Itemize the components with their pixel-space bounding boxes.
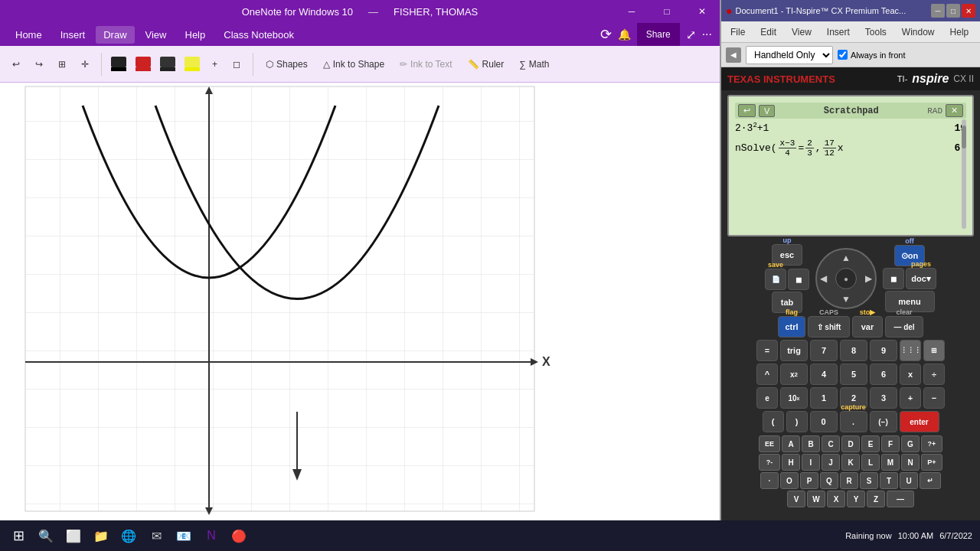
mail-icon[interactable]: ✉ — [144, 523, 168, 548]
x-button[interactable]: x — [900, 364, 921, 385]
maximize-button[interactable]: □ — [649, 0, 684, 23]
pen-black[interactable] — [108, 52, 129, 77]
menu-insert[interactable]: Insert — [53, 26, 93, 44]
ten-pow-button[interactable]: 10x — [780, 387, 808, 409]
select-tool[interactable]: ⊞ — [52, 51, 72, 78]
nav-up-button[interactable]: ▲ — [841, 253, 851, 263]
ti-menu-window[interactable]: Window — [897, 25, 939, 39]
rparen-button[interactable]: ) — [786, 411, 808, 432]
g-btn[interactable]: G — [901, 435, 920, 452]
ti-menu-tools[interactable]: Tools — [861, 25, 891, 39]
plus-button[interactable]: + — [900, 387, 921, 409]
file-extra-btn[interactable]: ◼ — [788, 269, 809, 290]
ti-x-btn[interactable]: ✕ — [946, 104, 963, 117]
r-btn[interactable]: R — [840, 472, 858, 489]
var-button[interactable]: sto▶ var — [852, 316, 883, 337]
menu-class-notebook[interactable]: Class Notebook — [216, 26, 302, 44]
edge-icon[interactable]: 🌐 — [116, 523, 141, 548]
p-btn[interactable]: P — [800, 472, 818, 489]
num9-button[interactable]: 9 — [870, 340, 897, 361]
matrix-btn[interactable]: ⊞ — [923, 340, 945, 361]
explorer-icon[interactable]: 📁 — [89, 523, 113, 548]
ti-menu-help[interactable]: Help — [946, 25, 974, 39]
ee-btn[interactable]: EE — [759, 435, 780, 452]
ti-menu-view[interactable]: View — [787, 25, 816, 39]
num3-button[interactable]: 3 — [870, 387, 897, 409]
ti-menu-edit[interactable]: Edit — [756, 25, 781, 39]
nav-down-button[interactable]: ▼ — [841, 294, 851, 305]
dot2-btn[interactable]: · — [760, 472, 779, 489]
ti-minimize-button[interactable]: ─ — [931, 4, 945, 18]
b-btn[interactable]: B — [802, 435, 820, 452]
menu-home[interactable]: Home — [8, 26, 50, 44]
doc-left-btn[interactable]: ◼ — [883, 268, 904, 289]
num7-button[interactable]: 7 — [810, 340, 838, 361]
ti-menu-insert[interactable]: Insert — [822, 25, 854, 39]
special1-btn[interactable]: ?+ — [921, 435, 942, 452]
return-btn[interactable]: ↵ — [920, 472, 941, 489]
num5-button[interactable]: 5 — [840, 364, 867, 385]
special3-btn[interactable]: P+ — [921, 454, 942, 471]
dash-btn[interactable]: — — [887, 491, 914, 507]
ti-maximize-button[interactable]: □ — [946, 4, 960, 18]
always-in-front-checkbox[interactable] — [838, 50, 848, 60]
pen-dark[interactable] — [157, 52, 178, 77]
menu-draw[interactable]: Draw — [96, 26, 134, 44]
app-icon[interactable]: 🔴 — [227, 523, 251, 548]
lparen-button[interactable]: ( — [763, 411, 784, 432]
bell-icon[interactable]: 🔔 — [618, 28, 631, 41]
trig-button[interactable]: trig — [780, 340, 808, 361]
minimize-button[interactable]: ─ — [614, 0, 649, 23]
s-btn[interactable]: S — [860, 472, 878, 489]
h-btn[interactable]: H — [782, 454, 800, 471]
outlook-icon[interactable]: 📧 — [172, 523, 196, 548]
q-btn[interactable]: Q — [820, 472, 838, 489]
x-letter-btn[interactable]: X — [827, 491, 845, 507]
close-button[interactable]: ✕ — [684, 0, 720, 23]
x2-button[interactable]: x2 — [780, 364, 808, 385]
nav-left-button[interactable]: ◀ — [820, 273, 827, 284]
k-btn[interactable]: K — [841, 454, 860, 471]
ti-toolbar-icon[interactable]: ◀ — [726, 47, 741, 63]
caret-button[interactable]: ^ — [756, 364, 778, 385]
minus-button[interactable]: − — [923, 387, 945, 409]
o-btn[interactable]: O — [780, 472, 799, 489]
c-btn[interactable]: C — [822, 435, 840, 452]
list-btn[interactable]: ⋮⋮⋮ — [900, 340, 921, 361]
num0-button[interactable]: 0 — [810, 411, 838, 432]
z-btn[interactable]: Z — [867, 491, 885, 507]
file-btn[interactable]: save 📄 — [765, 269, 786, 290]
menu-help[interactable]: Help — [178, 26, 214, 44]
pen-red[interactable] — [132, 52, 154, 77]
ink-to-text-button[interactable]: ✏ Ink to Text — [394, 51, 458, 78]
ruler-button[interactable]: 📏 Ruler — [462, 51, 511, 78]
neg-button[interactable]: (−) — [870, 411, 897, 432]
t-btn[interactable]: T — [880, 472, 898, 489]
more-options-icon[interactable]: ··· — [702, 28, 712, 41]
f-btn[interactable]: F — [881, 435, 900, 452]
special2-btn[interactable]: ?- — [759, 454, 780, 471]
doc-button[interactable]: pages doc▾ — [906, 268, 936, 289]
y-btn[interactable]: Y — [847, 491, 865, 507]
redo-button[interactable]: ↪ — [29, 51, 49, 78]
num8-button[interactable]: 8 — [840, 340, 867, 361]
menu-view[interactable]: View — [138, 26, 175, 44]
ti-v-btn[interactable]: V — [759, 105, 775, 117]
d-btn[interactable]: D — [841, 435, 860, 452]
shapes-button[interactable]: ⬡ Shapes — [260, 51, 314, 78]
del-button[interactable]: clear — del — [885, 316, 923, 337]
l-btn[interactable]: L — [861, 454, 880, 471]
div-button[interactable]: ÷ — [923, 364, 945, 385]
w-btn[interactable]: W — [807, 491, 825, 507]
shift-button[interactable]: CAPS ⇧ shift — [808, 316, 850, 337]
dot-button[interactable]: capture . — [840, 411, 867, 432]
enter-button[interactable]: enter — [900, 411, 939, 432]
move-tool[interactable]: ✛ — [75, 51, 95, 78]
search-taskbar[interactable]: 🔍 — [34, 523, 58, 548]
j-btn[interactable]: J — [822, 454, 840, 471]
num1-button[interactable]: 1 — [810, 387, 838, 409]
m-btn[interactable]: M — [881, 454, 900, 471]
share-icon[interactable]: ⟳ — [600, 26, 612, 43]
e-letter-btn[interactable]: E — [861, 435, 880, 452]
e-button[interactable]: e — [756, 387, 778, 409]
